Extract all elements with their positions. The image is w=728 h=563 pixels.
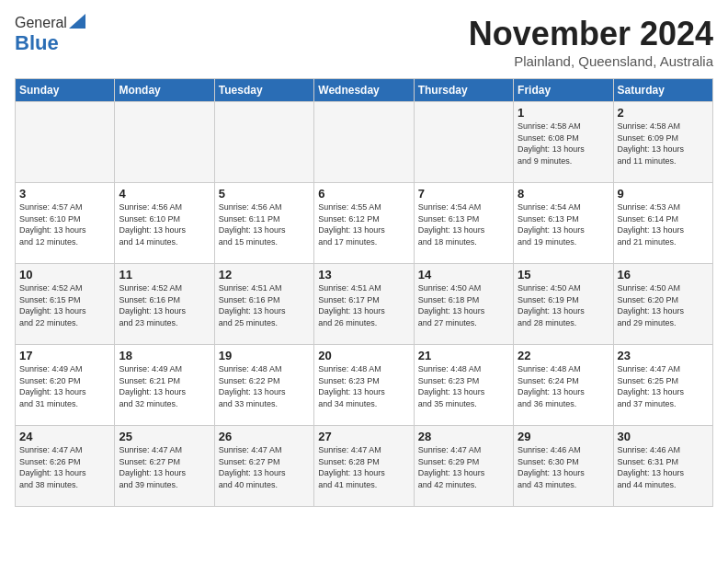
day-number: 21: [418, 349, 509, 362]
day-info: Sunrise: 4:50 AM Sunset: 6:18 PM Dayligh…: [418, 282, 509, 328]
day-info: Sunrise: 4:46 AM Sunset: 6:30 PM Dayligh…: [518, 444, 609, 490]
day-info: Sunrise: 4:58 AM Sunset: 6:08 PM Dayligh…: [518, 121, 609, 167]
calendar-cell: 25Sunrise: 4:47 AM Sunset: 6:27 PM Dayli…: [115, 426, 214, 507]
day-number: 14: [418, 268, 509, 282]
day-number: 20: [318, 349, 409, 362]
calendar-cell: 19Sunrise: 4:48 AM Sunset: 6:22 PM Dayli…: [214, 345, 313, 426]
day-info: Sunrise: 4:49 AM Sunset: 6:21 PM Dayligh…: [119, 363, 210, 409]
day-number: 2: [618, 106, 709, 120]
day-number: 18: [119, 349, 210, 362]
calendar-cell: 18Sunrise: 4:49 AM Sunset: 6:21 PM Dayli…: [115, 345, 214, 426]
day-number: 17: [19, 349, 110, 362]
calendar-cell: 7Sunrise: 4:54 AM Sunset: 6:13 PM Daylig…: [414, 183, 513, 264]
calendar-cell: 27Sunrise: 4:47 AM Sunset: 6:28 PM Dayli…: [314, 426, 414, 507]
day-info: Sunrise: 4:47 AM Sunset: 6:28 PM Dayligh…: [318, 444, 409, 490]
day-number: 16: [618, 268, 709, 282]
day-number: 15: [518, 268, 609, 282]
calendar-cell: 4Sunrise: 4:56 AM Sunset: 6:10 PM Daylig…: [115, 183, 214, 264]
day-info: Sunrise: 4:55 AM Sunset: 6:12 PM Dayligh…: [318, 201, 409, 247]
day-info: Sunrise: 4:50 AM Sunset: 6:20 PM Dayligh…: [618, 282, 709, 328]
calendar-cell: 6Sunrise: 4:55 AM Sunset: 6:12 PM Daylig…: [314, 183, 414, 264]
day-header-monday: Monday: [115, 79, 214, 102]
day-number: 11: [119, 268, 210, 282]
day-info: Sunrise: 4:47 AM Sunset: 6:25 PM Dayligh…: [618, 363, 709, 409]
day-info: Sunrise: 4:53 AM Sunset: 6:14 PM Dayligh…: [618, 201, 709, 247]
day-info: Sunrise: 4:46 AM Sunset: 6:31 PM Dayligh…: [618, 444, 709, 490]
calendar-cell: 15Sunrise: 4:50 AM Sunset: 6:19 PM Dayli…: [514, 264, 613, 345]
calendar-cell: 2Sunrise: 4:58 AM Sunset: 6:09 PM Daylig…: [613, 102, 712, 183]
calendar-cell: 3Sunrise: 4:57 AM Sunset: 6:10 PM Daylig…: [16, 183, 115, 264]
calendar-cell: 30Sunrise: 4:46 AM Sunset: 6:31 PM Dayli…: [613, 426, 712, 507]
calendar-cell: 8Sunrise: 4:54 AM Sunset: 6:13 PM Daylig…: [514, 183, 613, 264]
calendar-week-5: 24Sunrise: 4:47 AM Sunset: 6:26 PM Dayli…: [16, 426, 713, 507]
day-info: Sunrise: 4:54 AM Sunset: 6:13 PM Dayligh…: [518, 201, 609, 247]
day-info: Sunrise: 4:51 AM Sunset: 6:17 PM Dayligh…: [318, 282, 409, 328]
day-number: 7: [418, 187, 509, 201]
calendar-cell: 13Sunrise: 4:51 AM Sunset: 6:17 PM Dayli…: [314, 264, 414, 345]
day-number: 19: [219, 349, 310, 362]
day-number: 28: [418, 430, 509, 443]
calendar-cell: 17Sunrise: 4:49 AM Sunset: 6:20 PM Dayli…: [16, 345, 115, 426]
calendar-cell: [414, 102, 513, 183]
calendar-week-1: 1Sunrise: 4:58 AM Sunset: 6:08 PM Daylig…: [16, 102, 713, 183]
calendar-week-4: 17Sunrise: 4:49 AM Sunset: 6:20 PM Dayli…: [16, 345, 713, 426]
calendar-cell: 14Sunrise: 4:50 AM Sunset: 6:18 PM Dayli…: [414, 264, 513, 345]
calendar-cell: 11Sunrise: 4:52 AM Sunset: 6:16 PM Dayli…: [115, 264, 214, 345]
day-info: Sunrise: 4:54 AM Sunset: 6:13 PM Dayligh…: [418, 201, 509, 247]
day-number: 27: [318, 430, 409, 443]
day-info: Sunrise: 4:48 AM Sunset: 6:23 PM Dayligh…: [418, 363, 509, 409]
calendar-week-3: 10Sunrise: 4:52 AM Sunset: 6:15 PM Dayli…: [16, 264, 713, 345]
calendar-cell: [16, 102, 115, 183]
calendar-cell: 24Sunrise: 4:47 AM Sunset: 6:26 PM Dayli…: [16, 426, 115, 507]
svg-marker-0: [69, 14, 85, 29]
logo-icon: [69, 14, 85, 29]
calendar-cell: 9Sunrise: 4:53 AM Sunset: 6:14 PM Daylig…: [613, 183, 712, 264]
calendar-cell: 21Sunrise: 4:48 AM Sunset: 6:23 PM Dayli…: [414, 345, 513, 426]
calendar-header-row: SundayMondayTuesdayWednesdayThursdayFrid…: [16, 79, 713, 102]
day-number: 4: [119, 187, 210, 201]
day-header-saturday: Saturday: [613, 79, 712, 102]
day-info: Sunrise: 4:51 AM Sunset: 6:16 PM Dayligh…: [219, 282, 310, 328]
day-info: Sunrise: 4:47 AM Sunset: 6:29 PM Dayligh…: [418, 444, 509, 490]
day-info: Sunrise: 4:47 AM Sunset: 6:27 PM Dayligh…: [119, 444, 210, 490]
day-info: Sunrise: 4:47 AM Sunset: 6:26 PM Dayligh…: [19, 444, 110, 490]
location-title: Plainland, Queensland, Australia: [469, 53, 713, 69]
month-title: November 2024: [469, 15, 713, 53]
day-info: Sunrise: 4:52 AM Sunset: 6:15 PM Dayligh…: [19, 282, 110, 328]
day-number: 10: [19, 268, 110, 282]
day-info: Sunrise: 4:49 AM Sunset: 6:20 PM Dayligh…: [19, 363, 110, 409]
day-number: 29: [518, 430, 609, 443]
day-number: 9: [618, 187, 709, 201]
calendar-cell: 26Sunrise: 4:47 AM Sunset: 6:27 PM Dayli…: [214, 426, 313, 507]
day-number: 5: [219, 187, 310, 201]
day-number: 12: [219, 268, 310, 282]
day-number: 24: [19, 430, 110, 443]
calendar-cell: 16Sunrise: 4:50 AM Sunset: 6:20 PM Dayli…: [613, 264, 712, 345]
day-header-thursday: Thursday: [414, 79, 513, 102]
calendar-body: 1Sunrise: 4:58 AM Sunset: 6:08 PM Daylig…: [16, 102, 713, 507]
day-info: Sunrise: 4:57 AM Sunset: 6:10 PM Dayligh…: [19, 201, 110, 247]
day-number: 23: [618, 349, 709, 362]
day-number: 13: [318, 268, 409, 282]
day-number: 8: [518, 187, 609, 201]
day-info: Sunrise: 4:52 AM Sunset: 6:16 PM Dayligh…: [119, 282, 210, 328]
day-number: 1: [518, 106, 609, 120]
day-number: 26: [219, 430, 310, 443]
page-header: General Blue November 2024 Plainland, Qu…: [15, 15, 713, 69]
day-info: Sunrise: 4:48 AM Sunset: 6:23 PM Dayligh…: [318, 363, 409, 409]
day-info: Sunrise: 4:56 AM Sunset: 6:10 PM Dayligh…: [119, 201, 210, 247]
day-info: Sunrise: 4:48 AM Sunset: 6:24 PM Dayligh…: [518, 363, 609, 409]
calendar-cell: [314, 102, 414, 183]
calendar-cell: 29Sunrise: 4:46 AM Sunset: 6:30 PM Dayli…: [514, 426, 613, 507]
day-info: Sunrise: 4:58 AM Sunset: 6:09 PM Dayligh…: [618, 121, 709, 167]
calendar-cell: [115, 102, 214, 183]
day-info: Sunrise: 4:47 AM Sunset: 6:27 PM Dayligh…: [219, 444, 310, 490]
day-info: Sunrise: 4:56 AM Sunset: 6:11 PM Dayligh…: [219, 201, 310, 247]
calendar-cell: [214, 102, 313, 183]
day-header-sunday: Sunday: [16, 79, 115, 102]
calendar-cell: 10Sunrise: 4:52 AM Sunset: 6:15 PM Dayli…: [16, 264, 115, 345]
calendar-cell: 1Sunrise: 4:58 AM Sunset: 6:08 PM Daylig…: [514, 102, 613, 183]
calendar-cell: 23Sunrise: 4:47 AM Sunset: 6:25 PM Dayli…: [613, 345, 712, 426]
title-block: November 2024 Plainland, Queensland, Aus…: [469, 15, 713, 69]
calendar-cell: 20Sunrise: 4:48 AM Sunset: 6:23 PM Dayli…: [314, 345, 414, 426]
